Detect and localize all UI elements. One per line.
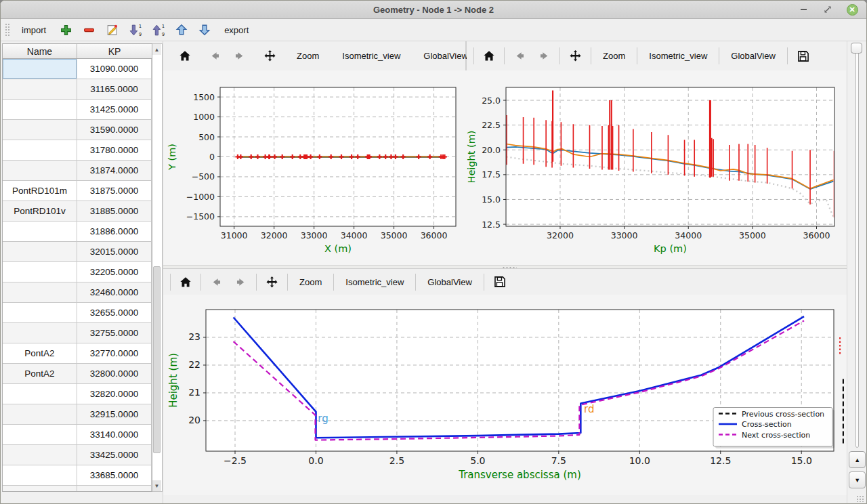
sort-descending-button[interactable]: 1 9	[126, 21, 144, 39]
cell-kp[interactable]: 31425.0000	[77, 100, 152, 120]
cell-name[interactable]	[3, 323, 77, 343]
table-row[interactable]: 32205.0000	[3, 262, 152, 282]
cell-kp[interactable]: 32205.0000	[77, 262, 152, 282]
import-label[interactable]: import	[22, 25, 46, 35]
table-row[interactable]: 31165.0000	[3, 79, 152, 100]
forward-button[interactable]	[535, 49, 553, 63]
home-button[interactable]	[176, 49, 194, 63]
cell-kp[interactable]: 32755.0000	[77, 323, 152, 343]
table-row[interactable]: 32015.0000	[3, 242, 152, 262]
table-row[interactable]: PontRD101v31885.0000	[3, 201, 152, 222]
cell-kp[interactable]: 31874.0000	[77, 161, 152, 181]
cell-name[interactable]	[3, 445, 77, 465]
scroll-down-button[interactable]: ▼	[152, 480, 161, 491]
edit-button[interactable]	[103, 21, 121, 39]
cell-name[interactable]	[3, 404, 77, 425]
home-button[interactable]	[177, 275, 194, 289]
table-row[interactable]: 32755.0000	[3, 323, 152, 343]
home-button[interactable]	[480, 49, 498, 63]
horizontal-splitter[interactable]	[163, 265, 847, 269]
cell-kp[interactable]: 31590.0000	[77, 120, 152, 140]
resize-grip[interactable]	[856, 495, 864, 502]
save-figure-button[interactable]	[794, 48, 813, 64]
table-row[interactable]: 32655.0000	[3, 303, 152, 323]
move-up-button[interactable]	[172, 21, 190, 39]
cell-name[interactable]: PontRD101v	[3, 201, 77, 222]
delete-row-button[interactable]	[80, 21, 98, 39]
table-row[interactable]: PontA232770.0000	[3, 343, 152, 364]
cross-section-figure[interactable]: −2.50.02.55.07.510.012.515.020212223Tran…	[163, 295, 847, 495]
table-row[interactable]: 31090.0000	[3, 59, 152, 79]
table-row[interactable]: 31425.0000	[3, 100, 152, 120]
cell-kp[interactable]: 32460.0000	[77, 282, 152, 303]
globalview-button[interactable]: GlobalView	[422, 276, 478, 289]
cell-kp[interactable]: 32820.0000	[77, 384, 152, 404]
table-row[interactable]: 31886.0000	[3, 222, 152, 242]
table-row[interactable]: PontRD101m31875.0000	[3, 181, 152, 201]
cell-name[interactable]	[3, 262, 77, 282]
cell-name[interactable]	[3, 486, 77, 492]
profile-figure[interactable]: 320003300034000350003600012.515.017.520.…	[467, 70, 846, 265]
cell-kp[interactable]: 32770.0000	[77, 343, 152, 364]
move-down-button[interactable]	[195, 21, 213, 39]
cell-name[interactable]: PontA2	[3, 364, 77, 384]
back-button[interactable]	[206, 49, 224, 63]
cell-name[interactable]: PontRD101m	[3, 181, 77, 201]
cell-kp[interactable]: 31875.0000	[77, 181, 152, 201]
globalview-button[interactable]: GlobalView	[418, 49, 473, 62]
isometric-view-button[interactable]: Isometric_view	[340, 276, 409, 289]
cell-kp[interactable]: 31165.0000	[77, 79, 152, 100]
back-button[interactable]	[511, 49, 529, 63]
pan-button[interactable]	[261, 48, 279, 64]
forward-button[interactable]	[232, 275, 250, 289]
cell-name[interactable]	[3, 425, 77, 445]
titlebar[interactable]: Geometry - Node 1 -> Node 2 ✕	[1, 1, 866, 19]
isometric-view-button[interactable]: Isometric_view	[337, 49, 406, 62]
cell-kp[interactable]: 31780.0000	[77, 140, 152, 161]
cell-name[interactable]	[3, 242, 77, 262]
column-header-kp[interactable]: KP	[77, 44, 152, 58]
cell-kp[interactable]: 32915.0000	[77, 404, 152, 425]
export-label[interactable]: export	[224, 25, 249, 35]
table-row[interactable]: 32460.0000	[3, 282, 152, 303]
table-row[interactable]: 32915.0000	[3, 404, 152, 425]
cell-name[interactable]	[3, 100, 77, 120]
section-up-button[interactable]: ▲	[849, 451, 866, 468]
cell-kp[interactable]: 33140.0000	[77, 425, 152, 445]
cell-kp[interactable]: 31090.0000	[77, 59, 152, 79]
minimize-button[interactable]	[797, 3, 809, 16]
close-button[interactable]: ✕	[846, 3, 858, 16]
cell-name[interactable]: PontA2	[3, 343, 77, 364]
cell-name[interactable]	[3, 222, 77, 242]
table-row[interactable]: 33425.0000	[3, 445, 152, 465]
scrollbar-thumb[interactable]	[153, 266, 161, 453]
cell-name[interactable]	[3, 140, 77, 161]
table-scrollbar[interactable]: ▲ ▼	[152, 43, 163, 492]
globalview-button[interactable]: GlobalView	[725, 49, 781, 62]
cell-kp[interactable]: 33425.0000	[77, 445, 152, 465]
section-slider[interactable]	[855, 43, 859, 448]
isometric-view-button[interactable]: Isometric_view	[643, 49, 713, 62]
zoom-button[interactable]: Zoom	[294, 276, 327, 289]
pan-button[interactable]	[566, 48, 585, 64]
table-row[interactable]: PontA232800.0000	[3, 364, 152, 384]
table-row[interactable]: 31780.0000	[3, 140, 152, 161]
cell-kp[interactable]: 31885.0000	[77, 201, 152, 222]
zoom-button[interactable]: Zoom	[291, 49, 324, 62]
add-row-button[interactable]	[57, 21, 75, 39]
cell-kp[interactable]: 32800.0000	[77, 364, 152, 384]
cell-name[interactable]	[3, 59, 77, 79]
cell-kp[interactable]	[77, 486, 152, 492]
table-row[interactable]: 33140.0000	[3, 425, 152, 445]
cell-kp[interactable]: 33685.0000	[77, 465, 152, 486]
toolbar-grip[interactable]	[5, 23, 9, 37]
cross-sections-table[interactable]: Name KP 31090.000031165.000031425.000031…	[2, 43, 152, 492]
table-row[interactable]: 32820.0000	[3, 384, 152, 404]
zoom-button[interactable]: Zoom	[597, 49, 631, 62]
maximize-button[interactable]	[822, 3, 834, 16]
cell-kp[interactable]: 31886.0000	[77, 222, 152, 242]
section-down-button[interactable]: ▼	[849, 471, 866, 488]
cell-name[interactable]	[3, 120, 77, 140]
plan-view-figure[interactable]: 310003200033000340003500036000−1500−1000…	[163, 70, 467, 265]
save-figure-button[interactable]	[490, 274, 509, 290]
